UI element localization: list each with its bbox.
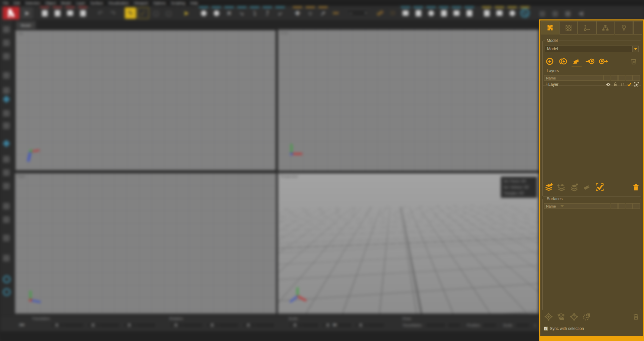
viewport-front[interactable]: Front — [278, 30, 539, 171]
tool-b-icon[interactable]: ▢ — [163, 7, 174, 19]
node-graph-icon[interactable]: ☍ — [374, 7, 386, 19]
pick-cursor-icon[interactable]: ➤ — [180, 7, 192, 19]
mesh-d-icon[interactable] — [438, 7, 449, 19]
add-layer-button[interactable] — [544, 182, 554, 192]
mesh-b-icon[interactable] — [413, 7, 424, 19]
node-grid-icon[interactable]: ∷ — [387, 7, 398, 19]
document-tab-model[interactable]: Model — [16, 21, 36, 29]
delete-surface-button[interactable] — [631, 311, 641, 322]
left-tool-14-icon[interactable] — [3, 255, 10, 262]
surface-b-icon[interactable] — [494, 7, 505, 19]
extra-b-icon[interactable]: ▨ — [549, 7, 561, 19]
surface-c-icon[interactable] — [506, 7, 518, 19]
viewport-perspective[interactable]: Perspective Sel. Faces: 0/0 Sel. Vertice… — [278, 173, 539, 314]
layers-visibility-header[interactable] — [603, 75, 610, 81]
menu-layer[interactable]: Layer — [76, 1, 86, 5]
tool-a-icon[interactable]: ▢ — [150, 7, 162, 19]
update-surface-button[interactable] — [556, 311, 567, 322]
paint-tool-icon[interactable]: ✎ — [125, 7, 136, 19]
layers-lock-header[interactable] — [611, 75, 618, 81]
menu-visualization[interactable]: Visualization — [108, 1, 129, 5]
layer-select-button[interactable] — [633, 82, 640, 87]
rename-model-button[interactable] — [572, 56, 582, 66]
tab-materials[interactable] — [559, 21, 578, 35]
left-tool-focus-icon[interactable] — [3, 288, 10, 296]
layer-row[interactable]: └ Layer — [544, 81, 640, 87]
mesh-a-icon[interactable] — [400, 7, 411, 19]
layers-name-header[interactable]: Name — [544, 75, 603, 81]
link-scale-icon[interactable]: ⚯ — [19, 322, 27, 329]
select-lasso-icon[interactable]: ⤷ — [236, 7, 248, 19]
tessellation-spinner[interactable] — [447, 322, 461, 328]
position-combo[interactable] — [482, 322, 497, 328]
menu-options[interactable]: Options — [153, 1, 166, 5]
select-x-icon[interactable]: ✕ — [223, 7, 235, 19]
scale-tool-icon[interactable]: ➚ — [317, 7, 329, 19]
menu-surface[interactable]: Surface — [90, 1, 103, 5]
left-tool-11-icon[interactable] — [3, 203, 10, 210]
surfaces-col2-header[interactable] — [618, 203, 625, 209]
left-tool-12-icon[interactable] — [3, 216, 10, 223]
select-faces-icon[interactable] — [198, 7, 209, 19]
left-tool-6-icon[interactable] — [3, 110, 10, 117]
menu-help[interactable]: Help — [190, 1, 198, 5]
menu-edit[interactable]: Edit — [14, 1, 20, 5]
select-shrink-icon[interactable]: ⤶ — [274, 7, 286, 19]
select-brush-icon[interactable]: ⤵ — [249, 7, 260, 19]
layers-count-header[interactable] — [618, 75, 625, 81]
add-sublayer-button[interactable] — [556, 182, 567, 192]
select-vertices-icon[interactable] — [211, 7, 222, 19]
redo-icon[interactable]: ↷ — [107, 7, 119, 19]
scale-z-field[interactable] — [354, 322, 385, 328]
menu-file[interactable]: File — [3, 1, 9, 5]
rotation-x-field[interactable] — [169, 322, 203, 328]
layers-select-header[interactable] — [633, 75, 640, 81]
model-combo-button[interactable] — [632, 46, 638, 52]
extra-a-icon[interactable]: ▤ — [537, 7, 548, 19]
open-file-icon[interactable] — [52, 7, 63, 19]
rotate-tool-icon[interactable]: ○ — [305, 7, 316, 19]
layer-visibility-toggle[interactable] — [605, 82, 612, 87]
mesh-f-icon[interactable] — [464, 7, 475, 19]
surface-info-button[interactable]: ? — [569, 311, 579, 322]
disable-render-icon[interactable] — [519, 7, 531, 19]
left-tool-8-icon[interactable] — [3, 156, 10, 163]
surfaces-col4-header[interactable] — [633, 203, 640, 209]
left-tool-3-icon[interactable] — [3, 53, 10, 60]
menu-model[interactable]: Model — [61, 1, 71, 5]
surfaces-name-header[interactable]: Name — [544, 203, 610, 209]
new-model-button[interactable] — [545, 56, 555, 66]
left-tool-10-icon[interactable] — [3, 183, 10, 189]
import-file-icon[interactable] — [77, 7, 89, 19]
duplicate-model-button[interactable] — [558, 56, 568, 66]
left-tool-9-icon[interactable] — [3, 169, 10, 176]
select-cursor-icon[interactable]: ➤ — [21, 7, 33, 19]
select-grow-icon[interactable]: ⤴ — [262, 7, 273, 19]
left-tool-4-icon[interactable] — [3, 72, 10, 79]
tab-model-structure[interactable] — [541, 21, 559, 35]
rename-layer-button[interactable] — [582, 182, 592, 192]
mesh-e-icon[interactable] — [451, 7, 462, 19]
delete-model-button[interactable] — [629, 56, 639, 66]
tab-hierarchy[interactable] — [596, 21, 614, 35]
surfaces-col1-header[interactable] — [611, 203, 618, 209]
surfaces-col3-header[interactable] — [626, 203, 633, 209]
magnet-tool-icon[interactable]: ☄ — [138, 7, 149, 19]
menu-viewport[interactable]: Viewport — [134, 1, 148, 5]
left-tool-orbit-icon[interactable] — [3, 276, 10, 283]
delete-layer-button[interactable] — [631, 182, 641, 192]
new-file-icon[interactable] — [39, 7, 50, 19]
menu-object[interactable]: Object — [45, 1, 56, 5]
scale-x-field[interactable] — [288, 322, 319, 328]
layer-lock-toggle[interactable] — [612, 82, 619, 87]
left-tool-5-icon[interactable] — [3, 87, 10, 94]
surface-a-icon[interactable] — [481, 7, 492, 19]
tessellation-combo[interactable] — [425, 322, 446, 328]
translation-x-field[interactable] — [50, 322, 84, 328]
rotation-z-field[interactable] — [242, 322, 275, 328]
add-surface-button[interactable] — [544, 311, 554, 322]
left-tool-2-icon[interactable] — [3, 40, 10, 46]
save-file-icon[interactable] — [64, 7, 76, 19]
layers-active-header[interactable] — [626, 75, 633, 81]
duplicate-layer-button[interactable] — [569, 182, 579, 192]
